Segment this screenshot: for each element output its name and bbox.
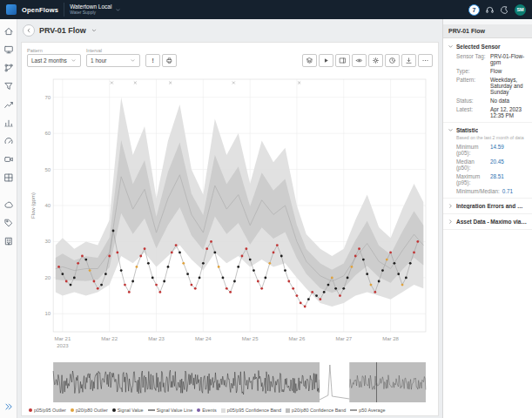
download-button[interactable] [401, 54, 416, 67]
chart-toolbar: Pattern Last 2 months Interval 1 hour [27, 46, 433, 72]
chevron-right-icon [448, 203, 454, 209]
sidebar-item-weather[interactable] [1, 195, 17, 213]
flow-chart[interactable]: 10203040506070Mar 212023Mar 22Mar 23Mar … [27, 72, 433, 360]
legend-swatch [71, 408, 74, 412]
legend-item[interactable]: Signal Value [112, 408, 144, 413]
detail-label: Pattern: [456, 77, 488, 95]
panel-section-asset-data: Asset Data - Maximo via BECS [443, 215, 532, 230]
detail-label: Sensor Tag: [456, 53, 488, 65]
section-heading: Asset Data - Maximo via BECS [456, 219, 528, 225]
legend-label: p20/p80 Outlier [76, 408, 108, 413]
svg-text:Mar 24: Mar 24 [195, 336, 212, 341]
panel-title: PRV-01 Flow [443, 24, 532, 38]
sidebar-item-reports[interactable] [1, 113, 17, 131]
detail-value: PRV-01-Flow-gpm [490, 53, 529, 65]
back-button[interactable] [23, 24, 35, 37]
sidebar-item-home[interactable] [1, 22, 17, 40]
interval-label: Interval [86, 48, 140, 53]
legend-swatch [286, 408, 290, 413]
history-button[interactable] [385, 54, 400, 67]
legend-label: p05/p95 Confidence Band [227, 408, 281, 413]
eye-icon [355, 57, 363, 64]
sidebar-item-gauges[interactable] [1, 131, 17, 150]
sidebar-item-dashboards[interactable] [1, 40, 17, 58]
workspace-subtitle: Water Supply [70, 10, 111, 16]
sidebar-expand-button[interactable] [1, 397, 17, 415]
sidebar-item-trends[interactable] [1, 95, 17, 113]
legend-label: Events [202, 408, 216, 413]
sidebar-item-cameras[interactable] [1, 150, 17, 168]
panel-section-selected-sensor-header[interactable]: Selected Sensor [443, 40, 532, 51]
detail-row: Minimum (p05):14.59 [443, 142, 532, 157]
legend-label: p50 Average [359, 408, 385, 413]
svg-text:Mar 23: Mar 23 [148, 336, 165, 341]
avatar-initials: SM [516, 7, 523, 12]
chevron-down-icon [130, 57, 136, 64]
detail-label: Minimum (p05): [456, 144, 488, 156]
pattern-select[interactable]: Last 2 months [27, 54, 81, 67]
monitor-icon [3, 44, 14, 55]
visibility-button[interactable] [352, 54, 367, 67]
svg-text:30: 30 [44, 239, 51, 244]
legend-label: p05/p95 Outlier [34, 408, 66, 413]
detail-row: Status:No data [443, 96, 532, 104]
legend-item[interactable]: Signal Value Line [148, 408, 193, 413]
sidebar-item-assets[interactable] [1, 213, 17, 232]
legend-item[interactable]: p50 Average [350, 408, 385, 413]
cloud-icon [3, 199, 14, 210]
svg-text:Mar 25: Mar 25 [242, 336, 259, 341]
sidebar-item-data-tables[interactable] [1, 168, 17, 186]
legend-item[interactable]: Events [197, 408, 216, 413]
network-icon [3, 63, 14, 73]
chart-type-button[interactable] [302, 54, 317, 67]
panel-section-statistic-header[interactable]: Statistic [443, 124, 532, 135]
tag-icon [3, 218, 14, 228]
settings-button[interactable] [368, 54, 383, 67]
play-button[interactable] [319, 54, 333, 67]
sidebar-item-network[interactable] [1, 58, 17, 77]
detail-value: Flow [490, 68, 529, 74]
legend-item[interactable]: p05/p95 Confidence Band [221, 408, 281, 413]
detail-value: 0.71 [502, 188, 529, 194]
page-title-menu[interactable] [91, 27, 98, 34]
section-subtitle: Based on the last 2 month of data [443, 135, 532, 142]
svg-text:Mar 22: Mar 22 [101, 336, 118, 341]
section-heading: Integration Errors and Warnings [456, 203, 528, 209]
pattern-label: Pattern [27, 48, 81, 53]
app-logo-icon[interactable] [6, 4, 17, 15]
notifications-button[interactable]: 7 [468, 4, 480, 16]
print-button[interactable] [162, 54, 177, 67]
detail-label: Type: [456, 68, 488, 74]
panel-section-asset-data-header[interactable]: Asset Data - Maximo via BECS [443, 215, 532, 226]
chevron-down-icon [448, 44, 454, 50]
split-panel-icon [339, 57, 347, 64]
sidebar-item-water-operations[interactable] [1, 77, 17, 95]
interval-select[interactable]: 1 hour [86, 54, 140, 67]
detail-label: Maximum (p95): [456, 173, 488, 185]
svg-text:2023: 2023 [57, 343, 69, 348]
alerts-button[interactable]: ! [145, 54, 160, 67]
chevron-down-icon [448, 127, 454, 133]
interval-field: Interval 1 hour [86, 48, 140, 67]
svg-text:60: 60 [44, 131, 51, 136]
svg-text:Mar 26: Mar 26 [289, 336, 306, 341]
more-button[interactable] [418, 54, 433, 67]
support-button[interactable] [485, 5, 495, 15]
theme-toggle-button[interactable] [500, 5, 509, 15]
detail-value: Weekdays, Saturday and Sunday [490, 77, 529, 95]
panel-section-integration-errors-header[interactable]: Integration Errors and Warnings [443, 199, 532, 211]
workspace-switcher[interactable]: Watertown Local Water Supply [64, 3, 126, 16]
section-heading: Selected Sensor [456, 44, 501, 50]
user-avatar[interactable]: SM [515, 4, 526, 16]
main-content: PRV-01 Flow Pattern Last 2 months Interv… [17, 19, 442, 418]
legend-item[interactable]: p20/p80 Confidence Band [286, 408, 346, 413]
breadcrumb: PRV-01 Flow [21, 23, 439, 42]
legend-item[interactable]: p20/p80 Outlier [71, 408, 108, 413]
gear-icon [372, 57, 380, 64]
detail-row: Type:Flow [443, 66, 532, 75]
legend-item[interactable]: p05/p95 Outlier [29, 408, 66, 413]
sidebar-item-facilities[interactable] [1, 232, 17, 250]
details-panel: PRV-01 Flow Selected SensorSensor Tag:PR… [442, 19, 532, 418]
timeline-minimap[interactable] [27, 360, 433, 405]
split-view-button[interactable] [335, 54, 350, 67]
